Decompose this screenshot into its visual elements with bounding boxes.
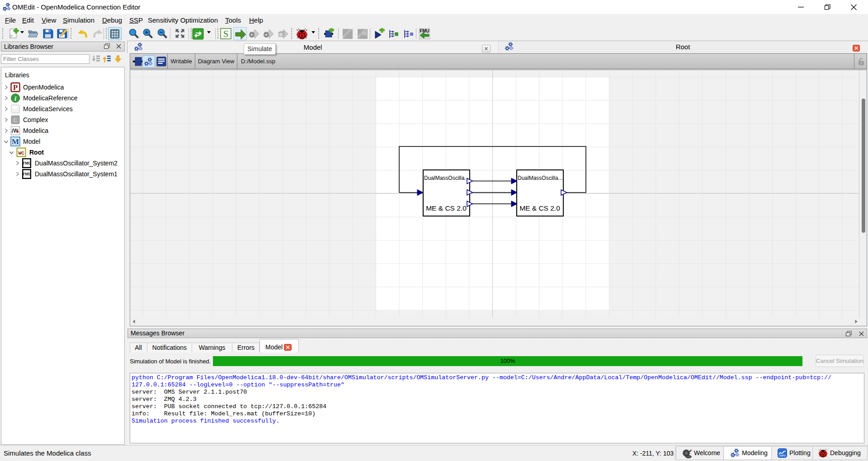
svg-text:WC: WC — [18, 151, 24, 156]
svg-text:DualMassOscilla...: DualMassOscilla... — [518, 175, 562, 181]
svg-text:ME & CS 2.0: ME & CS 2.0 — [426, 204, 467, 212]
svg-text:DualMassOscilla..: DualMassOscilla.. — [424, 175, 467, 181]
svg-text:FMU: FMU — [420, 28, 429, 33]
svg-text:M: M — [12, 137, 19, 146]
svg-text:S: S — [223, 28, 228, 39]
svg-text:P: P — [13, 83, 18, 92]
svg-text:FMU: FMU — [23, 161, 31, 165]
svg-text:C: C — [14, 118, 17, 123]
svg-text:ME & CS 2.0: ME & CS 2.0 — [519, 204, 560, 212]
svg-text:OMPlot: OMPlot — [779, 455, 786, 457]
svg-text:FMU: FMU — [23, 172, 31, 176]
